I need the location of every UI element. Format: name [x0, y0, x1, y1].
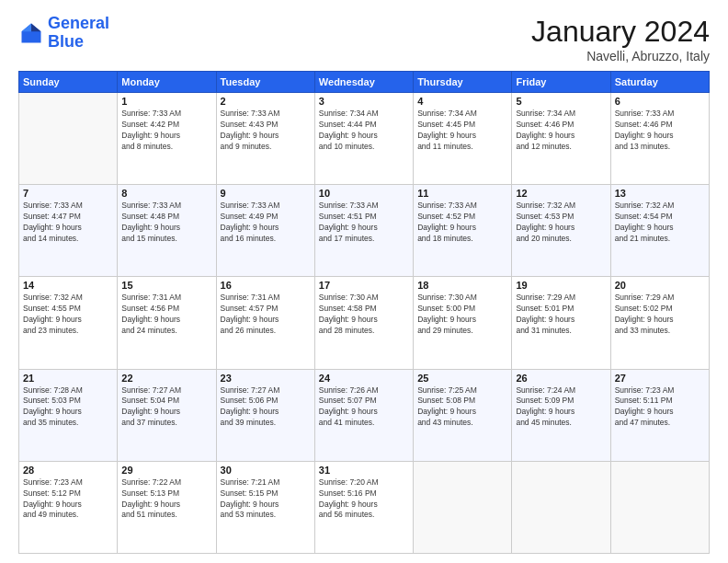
day-info: Sunrise: 7:23 AMSunset: 5:11 PMDaylight:…	[615, 385, 705, 430]
day-info: Sunrise: 7:34 AMSunset: 4:45 PMDaylight:…	[417, 109, 507, 153]
calendar-cell: 27Sunrise: 7:23 AMSunset: 5:11 PMDayligh…	[610, 369, 709, 461]
calendar-cell: 13Sunrise: 7:32 AMSunset: 4:54 PMDayligh…	[610, 185, 709, 277]
day-info: Sunrise: 7:27 AMSunset: 5:04 PMDaylight:…	[121, 385, 211, 430]
day-number: 15	[121, 280, 211, 291]
day-number: 5	[516, 96, 606, 107]
calendar-cell: 23Sunrise: 7:27 AMSunset: 5:06 PMDayligh…	[216, 369, 314, 461]
day-info: Sunrise: 7:32 AMSunset: 4:55 PMDaylight:…	[23, 293, 113, 337]
day-number: 9	[221, 188, 311, 199]
calendar-cell: 21Sunrise: 7:28 AMSunset: 5:03 PMDayligh…	[19, 369, 118, 461]
day-info: Sunrise: 7:26 AMSunset: 5:07 PMDaylight:…	[319, 385, 409, 430]
day-info: Sunrise: 7:24 AMSunset: 5:09 PMDaylight:…	[516, 385, 606, 430]
day-info: Sunrise: 7:29 AMSunset: 5:01 PMDaylight:…	[516, 293, 606, 337]
calendar-cell: 18Sunrise: 7:30 AMSunset: 5:00 PMDayligh…	[414, 277, 512, 369]
week-row-2: 7Sunrise: 7:33 AMSunset: 4:47 PMDaylight…	[19, 185, 710, 277]
day-number: 18	[417, 280, 507, 291]
logo-general: General	[48, 14, 109, 32]
calendar-cell: 10Sunrise: 7:33 AMSunset: 4:51 PMDayligh…	[314, 185, 413, 277]
day-number: 20	[615, 280, 705, 291]
day-number: 19	[516, 280, 606, 291]
day-number: 2	[221, 96, 311, 107]
calendar-cell: 16Sunrise: 7:31 AMSunset: 4:57 PMDayligh…	[216, 277, 314, 369]
day-info: Sunrise: 7:21 AMSunset: 5:15 PMDaylight:…	[221, 477, 311, 522]
day-number: 28	[23, 465, 113, 476]
weekday-header-tuesday: Tuesday	[216, 72, 314, 93]
week-row-5: 28Sunrise: 7:23 AMSunset: 5:12 PMDayligh…	[19, 461, 710, 553]
calendar-cell: 17Sunrise: 7:30 AMSunset: 4:58 PMDayligh…	[314, 277, 413, 369]
day-number: 12	[516, 188, 606, 199]
calendar-cell: 26Sunrise: 7:24 AMSunset: 5:09 PMDayligh…	[512, 369, 610, 461]
day-number: 1	[121, 96, 211, 107]
day-number: 17	[319, 280, 409, 291]
calendar-cell: 6Sunrise: 7:33 AMSunset: 4:46 PMDaylight…	[610, 93, 709, 185]
calendar-cell: 28Sunrise: 7:23 AMSunset: 5:12 PMDayligh…	[19, 461, 118, 553]
day-number: 29	[121, 465, 211, 476]
calendar-cell: 19Sunrise: 7:29 AMSunset: 5:01 PMDayligh…	[512, 277, 610, 369]
calendar-cell	[414, 461, 512, 553]
day-number: 8	[121, 188, 211, 199]
day-info: Sunrise: 7:33 AMSunset: 4:49 PMDaylight:…	[221, 201, 311, 245]
day-info: Sunrise: 7:30 AMSunset: 4:58 PMDaylight:…	[319, 293, 409, 337]
calendar-cell: 31Sunrise: 7:20 AMSunset: 5:16 PMDayligh…	[314, 461, 413, 553]
week-row-1: 1Sunrise: 7:33 AMSunset: 4:42 PMDaylight…	[19, 93, 710, 185]
calendar-cell: 30Sunrise: 7:21 AMSunset: 5:15 PMDayligh…	[216, 461, 314, 553]
day-info: Sunrise: 7:29 AMSunset: 5:02 PMDaylight:…	[615, 293, 705, 337]
day-info: Sunrise: 7:23 AMSunset: 5:12 PMDaylight:…	[23, 477, 113, 522]
day-number: 3	[319, 96, 409, 107]
calendar-cell: 11Sunrise: 7:33 AMSunset: 4:52 PMDayligh…	[414, 185, 512, 277]
title-block: January 2024 Navelli, Abruzzo, Italy	[531, 15, 710, 63]
calendar-cell: 14Sunrise: 7:32 AMSunset: 4:55 PMDayligh…	[19, 277, 118, 369]
day-info: Sunrise: 7:32 AMSunset: 4:54 PMDaylight:…	[615, 201, 705, 245]
calendar-cell: 5Sunrise: 7:34 AMSunset: 4:46 PMDaylight…	[512, 93, 610, 185]
calendar-cell	[610, 461, 709, 553]
day-number: 14	[23, 280, 113, 291]
day-info: Sunrise: 7:33 AMSunset: 4:48 PMDaylight:…	[121, 201, 211, 245]
day-number: 6	[615, 96, 705, 107]
day-number: 31	[319, 465, 409, 476]
day-number: 27	[615, 373, 705, 384]
weekday-header-saturday: Saturday	[610, 72, 709, 93]
weekday-header-friday: Friday	[512, 72, 610, 93]
calendar-cell: 9Sunrise: 7:33 AMSunset: 4:49 PMDaylight…	[216, 185, 314, 277]
day-info: Sunrise: 7:28 AMSunset: 5:03 PMDaylight:…	[23, 385, 113, 430]
day-info: Sunrise: 7:20 AMSunset: 5:16 PMDaylight:…	[319, 477, 409, 522]
calendar-cell: 29Sunrise: 7:22 AMSunset: 5:13 PMDayligh…	[118, 461, 216, 553]
weekday-header-monday: Monday	[118, 72, 216, 93]
weekday-header-sunday: Sunday	[19, 72, 118, 93]
page: General Blue January 2024 Navelli, Abruz…	[0, 0, 728, 563]
calendar-cell: 3Sunrise: 7:34 AMSunset: 4:44 PMDaylight…	[314, 93, 413, 185]
calendar-cell: 15Sunrise: 7:31 AMSunset: 4:56 PMDayligh…	[118, 277, 216, 369]
month-title: January 2024	[531, 15, 710, 49]
day-number: 21	[23, 373, 113, 384]
calendar-cell: 8Sunrise: 7:33 AMSunset: 4:48 PMDaylight…	[118, 185, 216, 277]
day-info: Sunrise: 7:22 AMSunset: 5:13 PMDaylight:…	[121, 477, 211, 522]
day-number: 25	[417, 373, 507, 384]
logo: General Blue	[18, 15, 109, 52]
calendar-cell: 2Sunrise: 7:33 AMSunset: 4:43 PMDaylight…	[216, 93, 314, 185]
calendar-cell	[19, 93, 118, 185]
weekday-header-thursday: Thursday	[414, 72, 512, 93]
day-number: 23	[221, 373, 311, 384]
weekday-header-row: SundayMondayTuesdayWednesdayThursdayFrid…	[19, 72, 710, 93]
day-info: Sunrise: 7:27 AMSunset: 5:06 PMDaylight:…	[221, 385, 311, 430]
day-number: 26	[516, 373, 606, 384]
day-info: Sunrise: 7:31 AMSunset: 4:57 PMDaylight:…	[221, 293, 311, 337]
day-info: Sunrise: 7:33 AMSunset: 4:46 PMDaylight:…	[615, 109, 705, 153]
calendar-cell: 4Sunrise: 7:34 AMSunset: 4:45 PMDaylight…	[414, 93, 512, 185]
day-info: Sunrise: 7:34 AMSunset: 4:44 PMDaylight:…	[319, 109, 409, 153]
day-number: 22	[121, 373, 211, 384]
week-row-4: 21Sunrise: 7:28 AMSunset: 5:03 PMDayligh…	[19, 369, 710, 461]
svg-marker-2	[22, 23, 32, 31]
day-info: Sunrise: 7:34 AMSunset: 4:46 PMDaylight:…	[516, 109, 606, 153]
day-info: Sunrise: 7:33 AMSunset: 4:43 PMDaylight:…	[221, 109, 311, 153]
day-number: 30	[221, 465, 311, 476]
calendar-cell: 22Sunrise: 7:27 AMSunset: 5:04 PMDayligh…	[118, 369, 216, 461]
day-info: Sunrise: 7:33 AMSunset: 4:51 PMDaylight:…	[319, 201, 409, 245]
header: General Blue January 2024 Navelli, Abruz…	[18, 15, 710, 63]
logo-blue: Blue	[48, 32, 84, 51]
day-info: Sunrise: 7:31 AMSunset: 4:56 PMDaylight:…	[121, 293, 211, 337]
calendar-cell: 25Sunrise: 7:25 AMSunset: 5:08 PMDayligh…	[414, 369, 512, 461]
calendar-cell	[512, 461, 610, 553]
day-info: Sunrise: 7:32 AMSunset: 4:53 PMDaylight:…	[516, 201, 606, 245]
calendar-cell: 12Sunrise: 7:32 AMSunset: 4:53 PMDayligh…	[512, 185, 610, 277]
